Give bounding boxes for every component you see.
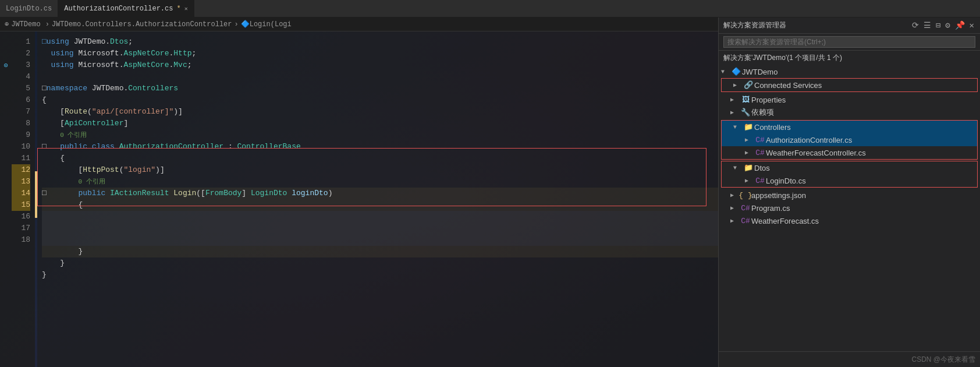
dtos-arrow: ▼ xyxy=(733,165,743,171)
tree-item-connected-services[interactable]: ▶ 🔗 Connected Services xyxy=(722,79,977,91)
code-line-5: □namespace JWTDemo.Controllers xyxy=(42,83,718,94)
dtos-label: Dtos xyxy=(754,164,770,172)
watermark-text: CSDN @今夜来看雪 xyxy=(911,355,975,364)
weathercontroller-arrow: ▶ xyxy=(745,149,754,156)
program-icon: C# xyxy=(740,204,751,213)
tree-item-properties[interactable]: ▶ 🖼 Properties xyxy=(719,93,980,106)
dtos-box: ▼ 📁 Dtos ▶ C# LoginDto.cs xyxy=(721,161,978,188)
code-line-12: □ public IActionResult Login([FromBody] … xyxy=(42,188,718,199)
camera-indicator: ⊙ xyxy=(0,59,12,71)
appsettings-icon: { } xyxy=(740,191,751,200)
connected-services-label: Connected Services xyxy=(754,81,822,90)
tree-view: ▼ 🔷 JWTDemo ▶ 🔗 Connected Services ▶ 🖼 P… xyxy=(719,65,980,351)
tree-item-project[interactable]: ▼ 🔷 JWTDemo xyxy=(719,65,980,78)
controllers-box: ▼ 📁 Controllers ▶ C# AuthorizationContro… xyxy=(721,120,978,160)
tree-item-dtos[interactable]: ▼ 📁 Dtos xyxy=(722,161,977,174)
appsettings-label: appsettings.json xyxy=(751,191,806,200)
properties-label: Properties xyxy=(751,96,786,104)
sidebar-tool-close[interactable]: ✕ xyxy=(968,20,975,30)
tree-item-appsettings[interactable]: ▶ { } appsettings.json xyxy=(719,189,980,202)
code-line-17: } xyxy=(42,269,718,281)
search-bar xyxy=(719,34,980,51)
weatherforecast-label: WeatherForecast.cs xyxy=(751,217,819,225)
sidebar-tool-filter[interactable]: ☰ xyxy=(922,20,932,30)
tab-authcontroller-label: AuthorizationController.cs xyxy=(64,5,173,13)
solution-label: 解决方案'JWTDemo'(1 个项目/共 1 个) xyxy=(719,51,980,65)
tree-item-controllers[interactable]: ▼ 📁 Controllers xyxy=(722,121,977,133)
properties-arrow: ▶ xyxy=(730,96,740,103)
breadcrumb: ⊕ JWTDemo › JWTDemo.Controllers.Authoriz… xyxy=(0,17,718,31)
tree-item-program[interactable]: ▶ C# Program.cs xyxy=(719,202,980,214)
sidebar-title: 解决方案资源管理器 xyxy=(723,20,786,30)
code-line-2: using Microsoft.AspNetCore.Http; xyxy=(42,48,718,59)
code-line-14 xyxy=(42,211,718,246)
weatherforecast-icon: C# xyxy=(740,217,751,225)
weatherforecast-arrow: ▶ xyxy=(730,217,740,224)
tree-item-authcontroller[interactable]: ▶ C# AuthorizationController.cs xyxy=(722,133,977,146)
sidebar-panel: 解决方案资源管理器 ⟳ ☰ ⊟ ⚙ 📌 ✕ 解决方案'JWTDemo'(1 个项… xyxy=(718,17,980,367)
tree-item-weathercontroller[interactable]: ▶ C# WeatherForecastController.cs xyxy=(722,146,977,159)
tab-logindto[interactable]: LoginDto.cs xyxy=(0,0,58,17)
tree-item-logindto[interactable]: ▶ C# LoginDto.cs xyxy=(722,174,977,187)
tab-authcontroller[interactable]: AuthorizationController.cs * ✕ xyxy=(58,0,194,17)
breadcrumb-method: 🔷 xyxy=(241,20,250,29)
tab-bar: LoginDto.cs AuthorizationController.cs *… xyxy=(0,0,980,17)
code-line-10: { xyxy=(42,153,718,164)
sidebar-tool-settings[interactable]: ⚙ xyxy=(944,20,951,30)
sidebar-tool-collapse[interactable]: ⊟ xyxy=(935,20,942,30)
search-input[interactable] xyxy=(723,36,975,48)
code-line-11-refcount: 0 个引用 xyxy=(42,176,718,188)
connected-services-box: ▶ 🔗 Connected Services xyxy=(721,78,978,92)
dtos-folder-icon: 📁 xyxy=(743,163,754,172)
code-content[interactable]: □using JWTDemo.Dtos; using Microsoft.Asp… xyxy=(37,31,718,367)
sidebar-tool-pin[interactable]: 📌 xyxy=(954,20,966,30)
code-line-15: } xyxy=(42,246,718,257)
authcontroller-arrow: ▶ xyxy=(745,136,754,143)
tab-close-button[interactable]: ✕ xyxy=(184,5,188,12)
logindto-arrow: ▶ xyxy=(745,177,754,184)
project-icon: 🔷 xyxy=(730,67,742,76)
tab-modified-indicator: * xyxy=(176,5,180,13)
sidebar-bottom: CSDN @今夜来看雪 xyxy=(719,351,980,367)
code-line-9: □ public class AuthorizationController :… xyxy=(42,141,718,153)
line-numbers: 1 2 3 4 5 6 7 8 9 10 11 12 13 14 15 16 1… xyxy=(12,31,35,367)
tree-item-deps[interactable]: ▶ 🔧 依赖项 xyxy=(719,106,980,119)
tree-item-weatherforecast[interactable]: ▶ C# WeatherForecast.cs xyxy=(719,214,980,227)
deps-label: 依赖项 xyxy=(751,107,774,118)
controllers-folder-icon: 📁 xyxy=(743,122,754,132)
breadcrumb-project: ⊕ xyxy=(5,20,9,29)
connected-services-arrow: ▶ xyxy=(733,82,743,89)
main-layout: ⊕ JWTDemo › JWTDemo.Controllers.Authoriz… xyxy=(0,17,980,367)
sidebar-tool-sync[interactable]: ⟳ xyxy=(911,20,920,30)
editor-area: ⊕ JWTDemo › JWTDemo.Controllers.Authoriz… xyxy=(0,17,718,367)
code-line-3: using Microsoft.AspNetCore.Mvc; xyxy=(42,59,718,71)
code-editor[interactable]: ⊙ 1 2 3 4 5 6 7 8 9 10 11 12 13 14 xyxy=(0,31,718,367)
left-gutter: ⊙ xyxy=(0,31,12,367)
code-line-4 xyxy=(42,71,718,83)
connected-services-icon: 🔗 xyxy=(743,80,754,90)
authcontroller-label: AuthorizationController.cs xyxy=(766,136,852,144)
code-line-16: } xyxy=(42,257,718,269)
properties-icon: 🖼 xyxy=(740,96,751,104)
program-label: Program.cs xyxy=(751,204,790,213)
program-arrow: ▶ xyxy=(730,204,740,211)
project-arrow: ▼ xyxy=(721,69,730,75)
breadcrumb-ns: JWTDemo.Controllers.AuthorizationControl… xyxy=(52,20,232,29)
deps-icon: 🔧 xyxy=(740,108,751,117)
weathercontroller-icon: C# xyxy=(754,149,766,157)
logindto-icon: C# xyxy=(754,177,766,185)
logindto-label: LoginDto.cs xyxy=(766,177,806,185)
code-line-8: [ApiController] xyxy=(42,118,718,129)
sidebar-title-bar: 解决方案资源管理器 ⟳ ☰ ⊟ ⚙ 📌 ✕ xyxy=(719,17,980,34)
code-line-11: [HttpPost("login")] xyxy=(42,164,718,176)
code-line-18 xyxy=(42,281,718,292)
weathercontroller-label: WeatherForecastController.cs xyxy=(766,149,866,157)
code-line-8-refcount: 0 个引用 xyxy=(42,129,718,141)
controllers-arrow: ▼ xyxy=(733,124,743,130)
project-label: JWTDemo xyxy=(742,68,777,76)
deps-arrow: ▶ xyxy=(730,109,740,116)
tab-logindto-label: LoginDto.cs xyxy=(6,5,52,13)
authcontroller-icon: C# xyxy=(754,136,766,144)
code-line-13: { xyxy=(42,199,718,211)
controllers-label: Controllers xyxy=(754,123,791,132)
